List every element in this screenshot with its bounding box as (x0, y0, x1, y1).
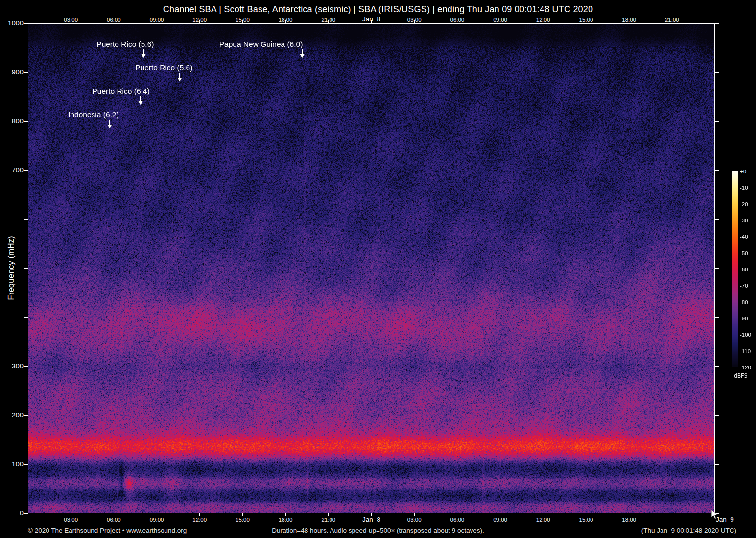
colorbar-tick-label: +0 (740, 169, 746, 174)
y-tick-right (715, 317, 719, 318)
y-tick-left (24, 72, 28, 73)
x-tick-bottom (672, 513, 672, 516)
colorbar-tick-label: -110 (740, 348, 751, 354)
x-tick-label-bottom: 18:00 (279, 517, 293, 523)
colorbar-tick-label: -100 (740, 332, 751, 338)
x-tick-label-bottom: 06:00 (450, 517, 464, 523)
colorbar-tick-label: -40 (740, 234, 748, 240)
colorbar-tick-label: -60 (740, 267, 748, 272)
footer-timestamp: (Thu Jan 9 00:01:48 2020 UTC) (641, 527, 736, 534)
x-tick-label-bottom: Jan 9 (716, 516, 734, 523)
x-tick-bottom (543, 513, 543, 516)
x-tick-label-top: 03:00 (407, 17, 422, 23)
x-tick-bottom (586, 513, 586, 516)
colorbar-tick-label: -80 (740, 299, 748, 305)
x-tick-label-top: Jan 8 (362, 15, 380, 23)
mouse-cursor (711, 510, 718, 520)
y-tick-left (24, 366, 28, 367)
event-annotation-label: Puerto Rico (6.4) (92, 87, 149, 96)
y-tick-right (715, 268, 719, 269)
x-tick-label-top: 18:00 (622, 17, 636, 23)
event-annotation-arrow-icon (299, 49, 305, 58)
x-tick-label-bottom: 09:00 (493, 517, 507, 523)
x-tick-label-bottom: 12:00 (536, 517, 550, 523)
y-tick-label: 200 (1, 411, 24, 419)
x-tick-label-top: 12:00 (192, 17, 207, 23)
x-tick-label-top: 18:00 (279, 17, 293, 23)
event-annotation-arrow-icon (138, 96, 143, 105)
y-tick-right (715, 464, 719, 465)
y-tick-right (715, 121, 719, 122)
x-tick-bottom (629, 513, 629, 516)
x-tick-label-bottom: 15:00 (236, 517, 250, 523)
y-tick-label: 800 (1, 117, 24, 125)
y-tick-label: 900 (1, 68, 24, 76)
x-tick-bottom (500, 513, 500, 516)
y-tick-left (24, 268, 28, 269)
y-tick-label: 0 (1, 509, 24, 517)
x-tick-label-bottom: 18:00 (622, 517, 636, 523)
x-tick-label-top: 21:00 (665, 17, 679, 23)
x-tick-label-top: 12:00 (536, 17, 550, 23)
event-annotation-arrow-icon (141, 49, 146, 58)
y-tick-left (24, 317, 28, 318)
x-tick-label-top: 06:00 (107, 17, 121, 23)
y-tick-right (715, 366, 719, 367)
x-tick-bottom (114, 513, 114, 516)
y-tick-right (715, 23, 719, 24)
x-tick-label-bottom: 03:00 (64, 517, 78, 523)
colorbar (732, 171, 738, 367)
spectrogram-canvas (28, 24, 714, 513)
y-tick-left (24, 23, 28, 24)
x-tick-label-top: 21:00 (321, 17, 335, 23)
event-annotation-arrow-icon (177, 73, 183, 82)
y-tick-label: 300 (1, 362, 24, 370)
x-tick-label-top: 06:00 (450, 17, 464, 23)
y-tick-label: 700 (1, 166, 24, 174)
colorbar-tick-label: -120 (740, 365, 751, 370)
x-tick-bottom (285, 513, 286, 516)
x-tick-label-bottom: 15:00 (579, 517, 593, 523)
y-axis-title: Frequency (mHz) (6, 236, 16, 300)
colorbar-unit-label: dBFS (734, 372, 748, 379)
x-tick-label-bottom: 03:00 (407, 517, 422, 523)
colorbar-tick-label: -10 (740, 185, 748, 191)
y-tick-left (24, 121, 28, 122)
colorbar-tick-label: -50 (740, 250, 748, 256)
y-tick-left (24, 513, 28, 514)
event-annotation-label: Indonesia (6.2) (68, 110, 118, 119)
earthsound-spectrogram-page: Channel SBA | Scott Base, Antarctica (se… (0, 0, 756, 538)
x-tick-label-bottom: 21:00 (321, 517, 335, 523)
y-tick-left (24, 219, 28, 220)
y-tick-right (715, 170, 719, 171)
x-tick-label-top: 15:00 (236, 17, 250, 23)
x-tick-bottom (157, 513, 157, 516)
x-tick-label-top: 03:00 (64, 17, 78, 23)
x-tick-bottom (328, 513, 329, 516)
x-tick-label-bottom: 12:00 (192, 517, 207, 523)
colorbar-tick-label: -90 (740, 316, 748, 321)
spectrogram-plot-frame (28, 23, 715, 513)
x-tick-bottom (414, 513, 415, 516)
colorbar-tick-label: -20 (740, 201, 748, 207)
event-annotation-label: Puerto Rico (5.6) (96, 40, 154, 49)
x-tick-label-top: 09:00 (493, 17, 507, 23)
x-tick-label-top: 09:00 (150, 17, 164, 23)
x-tick-bottom (199, 513, 200, 516)
x-tick-label-bottom: Jan 8 (362, 516, 380, 523)
x-tick-label-top: 15:00 (579, 17, 593, 23)
x-tick-label-bottom: 06:00 (107, 517, 121, 523)
y-tick-label: 100 (1, 460, 24, 468)
y-tick-right (715, 415, 719, 416)
y-tick-left (24, 415, 28, 416)
colorbar-tick-label: -70 (740, 283, 748, 289)
y-tick-right (715, 72, 719, 73)
y-tick-right (715, 219, 719, 220)
x-tick-bottom (457, 513, 457, 516)
y-tick-label: 1000 (1, 19, 24, 27)
event-annotation-label: Puerto Rico (5.6) (135, 63, 192, 72)
colorbar-tick-label: -30 (740, 218, 748, 223)
x-tick-bottom (71, 513, 71, 516)
x-tick-label-bottom: 09:00 (150, 517, 164, 523)
y-tick-left (24, 170, 28, 171)
